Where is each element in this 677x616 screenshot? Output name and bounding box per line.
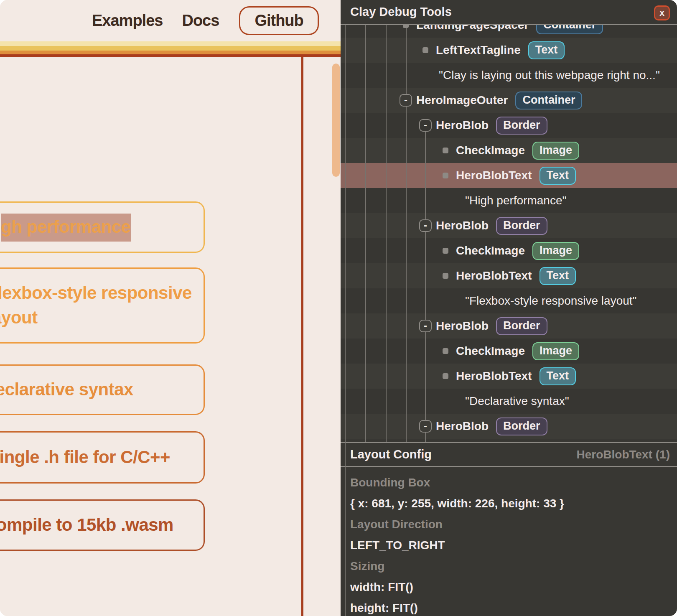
element-name: HeroBlob <box>436 319 489 333</box>
feature-card: Compile to 15kb .wasm <box>0 499 205 551</box>
tree-node-row[interactable]: -HeroBlobBorder <box>341 113 677 138</box>
tree-node-row[interactable]: HeroBlobTextText <box>341 163 677 188</box>
element-type-badge: Border <box>496 117 547 135</box>
scrollbar-thumb[interactable] <box>332 64 340 177</box>
config-value: width: FIT() <box>350 577 670 598</box>
github-button[interactable]: Github <box>239 6 318 35</box>
element-name: HeroImageOuter <box>416 94 508 107</box>
element-type-badge: Container <box>515 92 582 109</box>
layout-config-bar: Layout Config HeroBlobText (1) <box>341 442 677 467</box>
nav-link[interactable]: Examples <box>92 12 163 30</box>
element-type-badge: Image <box>532 342 579 360</box>
element-type-badge: Text <box>528 41 565 59</box>
string-content-preview: "High performance" <box>465 188 566 213</box>
gradient-stripe <box>0 51 341 54</box>
element-type-badge: Text <box>540 267 576 285</box>
gradient-stripe <box>0 46 341 51</box>
leaf-bullet-icon <box>403 25 409 28</box>
element-name: HeroBlobText <box>456 269 532 283</box>
element-name: CheckImage <box>456 344 525 358</box>
element-name: HeroBlob <box>436 420 489 433</box>
element-type-badge: Border <box>496 417 547 435</box>
feature-label: Compile to 15kb .wasm <box>0 513 173 537</box>
feature-card: High performance <box>0 201 205 253</box>
feature-label: Declarative syntax <box>0 377 133 402</box>
config-value: { x: 681, y: 255, width: 226, height: 33… <box>350 493 670 514</box>
screen: ExamplesDocs Github High performanceFlex… <box>0 0 677 616</box>
nav-link[interactable]: Docs <box>182 12 219 30</box>
tree-text-row: "High performance" <box>341 188 677 213</box>
tree-node-row[interactable]: -HeroBlobBorder <box>341 414 677 439</box>
collapse-icon[interactable]: - <box>400 94 412 107</box>
feature-label: High performance <box>0 215 130 239</box>
leaf-bullet-icon <box>422 47 428 53</box>
tree-node-row[interactable]: -HeroBlobBorder <box>341 213 677 238</box>
feature-label: Flexbox-style responsive layout <box>0 281 192 330</box>
feature-card: Single .h file for C/C++ <box>0 431 205 484</box>
element-name: LandingPageSpacer <box>416 25 529 32</box>
string-content-preview: "Declarative syntax" <box>465 389 569 414</box>
element-type-badge: Container <box>536 25 603 34</box>
page-divider <box>301 57 303 616</box>
leaf-bullet-icon <box>443 273 448 279</box>
element-name: LeftTextTagline <box>436 43 521 57</box>
collapse-icon[interactable]: - <box>419 420 432 433</box>
tree-text-row: "Declarative syntax" <box>341 389 677 414</box>
collapse-icon[interactable]: - <box>419 119 432 132</box>
tree-node-row[interactable]: -HeroImageOuterContainer <box>341 88 677 113</box>
tree-node-row[interactable]: LeftTextTaglineText <box>341 38 677 63</box>
layout-config-details: Bounding Box{ x: 681, y: 255, width: 226… <box>350 467 670 616</box>
element-name: CheckImage <box>456 144 525 157</box>
leaf-bullet-icon <box>443 373 448 379</box>
element-type-badge: Image <box>532 142 579 160</box>
string-content-preview: "Flexbox-style responsive layout" <box>465 288 637 313</box>
element-tree: LandingPageSpacerContainerLeftTextTaglin… <box>341 25 677 442</box>
element-type-badge: Text <box>540 367 576 385</box>
element-type-badge: Border <box>496 217 547 235</box>
tree-text-row: "Flexbox-style responsive layout" <box>341 288 677 313</box>
feature-card: Declarative syntax <box>0 364 205 415</box>
clay-landing-page: ExamplesDocs Github High performanceFlex… <box>0 0 341 616</box>
gradient-stripe <box>0 41 341 46</box>
element-name: HeroBlobText <box>456 369 532 383</box>
element-name: HeroBlob <box>436 119 489 132</box>
nav-links: ExamplesDocs <box>92 12 219 30</box>
element-name: HeroBlobText <box>456 169 532 182</box>
config-label: Bounding Box <box>350 472 670 493</box>
tree-node-row[interactable]: CheckImageImage <box>341 339 677 364</box>
string-content-preview: "Clay is laying out this webpage right n… <box>439 63 660 88</box>
leaf-bullet-icon <box>443 348 448 354</box>
top-nav: ExamplesDocs Github <box>0 0 341 41</box>
config-value: LEFT_TO_RIGHT <box>350 535 670 556</box>
leaf-bullet-icon <box>443 148 448 153</box>
selected-element-label: HeroBlobText (1) <box>577 448 670 461</box>
leaf-bullet-icon <box>443 248 448 254</box>
tree-node-row[interactable]: LandingPageSpacerContainer <box>341 25 677 38</box>
config-label: Layout Direction <box>350 514 670 535</box>
clay-debug-panel: Clay Debug Tools x LandingPageSpacerCont… <box>341 0 677 616</box>
feature-card: Flexbox-style responsive layout <box>0 267 205 344</box>
feature-label: Single .h file for C/C++ <box>0 445 170 470</box>
collapse-icon[interactable]: - <box>419 219 432 232</box>
element-name: HeroBlob <box>436 219 489 232</box>
leaf-bullet-icon <box>443 173 448 178</box>
layout-config-title: Layout Config <box>350 448 432 461</box>
element-name: CheckImage <box>456 244 525 257</box>
tree-node-row[interactable]: -HeroBlobBorder <box>341 313 677 339</box>
tree-node-row[interactable]: HeroBlobTextText <box>341 263 677 288</box>
tree-text-row: "Clay is laying out this webpage right n… <box>341 63 677 88</box>
tree-node-row[interactable]: CheckImageImage <box>341 138 677 163</box>
tree-node-row[interactable]: HeroBlobTextText <box>341 364 677 389</box>
gradient-stripe <box>0 54 341 57</box>
gradient-banner <box>0 41 341 57</box>
tree-node-row[interactable]: CheckImageImage <box>341 238 677 263</box>
config-value: height: FIT() <box>350 598 670 616</box>
element-type-badge: Text <box>540 167 576 185</box>
config-label: Sizing <box>350 556 670 577</box>
element-type-badge: Border <box>496 317 547 335</box>
element-type-badge: Image <box>532 242 579 260</box>
debug-panel-title: Clay Debug Tools <box>350 0 452 24</box>
collapse-icon[interactable]: - <box>419 320 432 332</box>
close-button[interactable]: x <box>654 5 670 20</box>
